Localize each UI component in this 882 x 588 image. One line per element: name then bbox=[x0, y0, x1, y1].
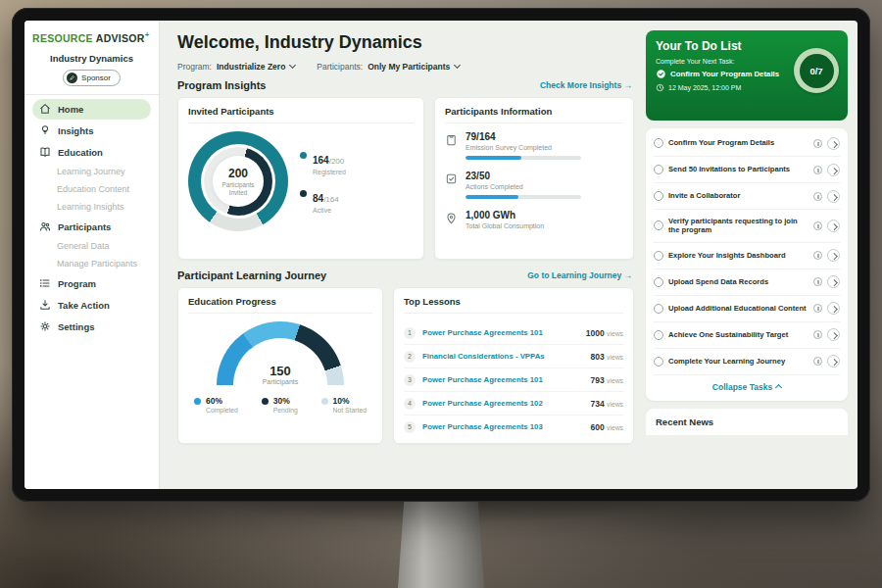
sidebar-item-insights[interactable]: Insights bbox=[32, 121, 151, 141]
checkbox-icon[interactable] bbox=[654, 330, 663, 340]
check-circle-icon bbox=[656, 69, 666, 79]
info-icon[interactable] bbox=[813, 251, 822, 260]
chevron-right-icon[interactable] bbox=[827, 355, 840, 368]
chevron-right-icon[interactable] bbox=[827, 302, 840, 315]
task-row[interactable]: Complete Your Learning Journey bbox=[654, 349, 840, 375]
participants-filter: Participants: Only My Participants bbox=[317, 62, 460, 72]
task-list-card: Confirm Your Program Details Send 50 Inv… bbox=[646, 128, 848, 401]
chevron-right-icon[interactable] bbox=[827, 164, 840, 176]
task-row[interactable]: Upload Spend Data Records bbox=[654, 270, 840, 296]
next-task-label: Confirm Your Program Details bbox=[670, 70, 779, 78]
sidebar-item-manage-participants[interactable]: Manage Participants bbox=[32, 256, 151, 272]
next-task[interactable]: Confirm Your Program Details bbox=[656, 69, 783, 79]
info-icon[interactable] bbox=[813, 221, 822, 230]
views-word: views bbox=[607, 401, 623, 408]
task-row[interactable]: Invite a Collaborator bbox=[654, 183, 840, 210]
clock-icon bbox=[656, 83, 664, 92]
card-title: Invited Participants bbox=[188, 106, 414, 123]
checkbox-icon[interactable] bbox=[654, 277, 663, 287]
program-filter: Program: Industrialize Zero bbox=[177, 62, 295, 72]
sidebar-item-label: Education Content bbox=[57, 184, 129, 194]
chevron-right-icon[interactable] bbox=[827, 220, 840, 232]
checkbox-icon[interactable] bbox=[654, 138, 663, 148]
section-title: Program Insights bbox=[177, 79, 266, 91]
info-icon[interactable] bbox=[813, 357, 822, 366]
checkbox-icon[interactable] bbox=[654, 165, 663, 174]
info-icon[interactable] bbox=[813, 277, 822, 286]
check-more-insights-link[interactable]: Check More Insights bbox=[540, 80, 632, 90]
info-icon[interactable] bbox=[813, 166, 822, 174]
sidebar-item-learning-insights[interactable]: Learning Insights bbox=[32, 199, 151, 216]
sidebar-item-learning-journey[interactable]: Learning Journey bbox=[32, 164, 151, 180]
task-row[interactable]: Verify participants requesting to join t… bbox=[654, 210, 840, 243]
checkbox-icon[interactable] bbox=[654, 251, 663, 261]
info-icon[interactable] bbox=[813, 304, 822, 313]
task-row[interactable]: Send 50 Invitations to Participants bbox=[654, 157, 840, 183]
chevron-right-icon[interactable] bbox=[827, 249, 840, 262]
checkbox-icon[interactable] bbox=[654, 304, 663, 314]
card-title: Participants Information bbox=[445, 106, 623, 123]
checkbox-icon[interactable] bbox=[654, 191, 663, 201]
program-insights-header: Program Insights Check More Insights bbox=[177, 79, 632, 91]
lesson-link[interactable]: Power Purchase Agreements 102 bbox=[422, 399, 583, 408]
participants-dropdown[interactable]: Only My Participants bbox=[368, 62, 460, 72]
sidebar-item-settings[interactable]: Settings bbox=[32, 317, 151, 337]
rank-badge: 3 bbox=[404, 374, 416, 386]
completed-pct: 60% bbox=[206, 396, 238, 406]
clipboard-icon bbox=[445, 131, 458, 160]
lesson-link[interactable]: Power Purchase Agreements 101 bbox=[422, 375, 583, 384]
sidebar-item-label: Education bbox=[58, 147, 103, 158]
views-word: views bbox=[607, 424, 623, 431]
todo-summary-card: Your To Do List Complete Your Next Task:… bbox=[646, 30, 848, 121]
chevron-right-icon[interactable] bbox=[827, 328, 840, 341]
gauge-value: 150 bbox=[217, 364, 344, 378]
info-icon[interactable] bbox=[813, 330, 822, 339]
sponsor-badge[interactable]: Sponsor bbox=[63, 70, 121, 86]
checkbox-icon[interactable] bbox=[654, 220, 663, 230]
chevron-right-icon[interactable] bbox=[827, 275, 840, 288]
chevron-right-icon[interactable] bbox=[827, 190, 840, 203]
views-count: 1000 bbox=[586, 328, 605, 338]
collapse-tasks-link[interactable]: Collapse Tasks bbox=[654, 375, 840, 399]
active-of: /164 bbox=[323, 195, 339, 204]
sidebar-item-home[interactable]: Home bbox=[32, 99, 151, 120]
task-row[interactable]: Upload Additional Educational Content bbox=[654, 296, 840, 322]
sidebar-item-education[interactable]: Education bbox=[32, 142, 151, 163]
sidebar: RESOURCE ADVISOR+ Industry Dynamics Spon… bbox=[24, 21, 160, 489]
program-dropdown[interactable]: Industrialize Zero bbox=[217, 62, 295, 72]
sidebar-item-participants[interactable]: Participants bbox=[32, 217, 151, 237]
lesson-link[interactable]: Power Purchase Agreements 101 bbox=[422, 328, 579, 337]
education-progress-card: Education Progress 150 Participants bbox=[177, 287, 383, 444]
info-icon[interactable] bbox=[813, 139, 822, 148]
list-icon bbox=[39, 277, 51, 289]
todo-progress-value: 0/7 bbox=[800, 54, 834, 88]
teal-dot-icon bbox=[300, 152, 307, 159]
sidebar-item-take-action[interactable]: Take Action bbox=[32, 295, 151, 316]
rank-badge: 1 bbox=[404, 327, 416, 339]
registered-of: /200 bbox=[329, 157, 345, 166]
progress-bar bbox=[466, 195, 581, 199]
rank-badge: 2 bbox=[404, 351, 416, 363]
check-square-icon bbox=[445, 171, 458, 199]
task-row[interactable]: Achieve One Sustainability Target bbox=[654, 322, 840, 349]
task-row[interactable]: Explore Your Insights Dashboard bbox=[654, 243, 840, 270]
registered-label: Registered bbox=[313, 169, 346, 175]
lesson-link[interactable]: Financial Considerations - VPPAs bbox=[422, 352, 583, 361]
todo-progress-ring: 0/7 bbox=[794, 48, 839, 93]
info-icon[interactable] bbox=[813, 192, 822, 201]
not-started-pct: 10% bbox=[333, 396, 367, 406]
logo-secondary: ADVISOR bbox=[96, 32, 145, 44]
learning-journey-header: Participant Learning Journey Go to Learn… bbox=[177, 270, 632, 281]
stat-emission-survey: 79/164 Emission Survey Completed bbox=[445, 131, 623, 160]
go-to-learning-journey-link[interactable]: Go to Learning Journey bbox=[527, 270, 632, 280]
task-row[interactable]: Confirm Your Program Details bbox=[654, 130, 840, 157]
lesson-row: 2 Financial Considerations - VPPAs 803 v… bbox=[404, 345, 623, 368]
checkbox-icon[interactable] bbox=[654, 357, 663, 367]
lesson-link[interactable]: Power Purchase Agreements 103 bbox=[422, 422, 583, 431]
sidebar-item-education-content[interactable]: Education Content bbox=[32, 181, 151, 198]
people-icon bbox=[39, 220, 51, 232]
insights-cards-row: Invited Participants 200 P bbox=[177, 97, 634, 260]
sidebar-item-general-data[interactable]: General Data bbox=[32, 238, 151, 255]
sidebar-item-program[interactable]: Program bbox=[32, 273, 151, 294]
chevron-right-icon[interactable] bbox=[827, 137, 840, 150]
